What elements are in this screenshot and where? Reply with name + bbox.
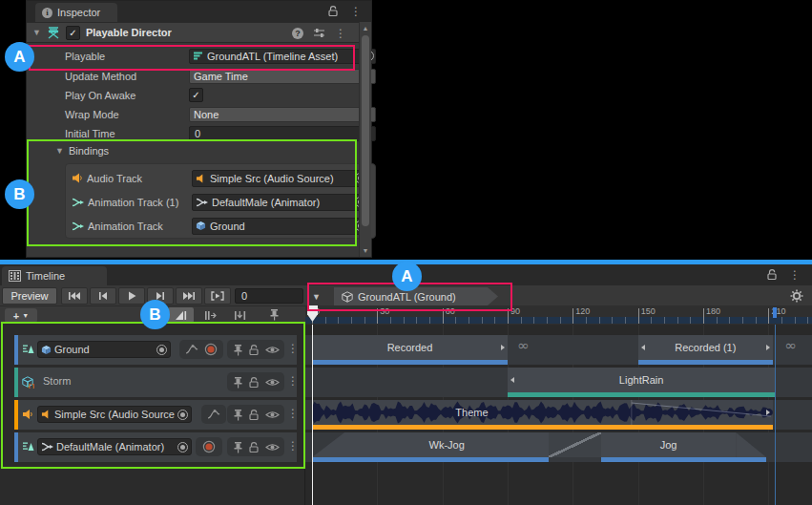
track-buttons-group [201, 405, 226, 424]
callout-badge-a: A [392, 262, 422, 291]
curves-icon[interactable] [207, 409, 220, 420]
track-menu-icon[interactable]: ⋮ [287, 375, 299, 387]
playhead-line[interactable] [312, 325, 313, 505]
replace-mode-button[interactable] [227, 307, 253, 323]
pin-icon[interactable] [233, 441, 243, 453]
eye-icon[interactable] [265, 345, 280, 355]
timeline-ruler[interactable]: 0306090120150180210 [305, 305, 812, 325]
clip-crossfade [549, 432, 601, 457]
ruler-tick-label: 60 [446, 306, 455, 316]
unlock-icon[interactable] [327, 5, 339, 17]
gear-icon[interactable] [790, 289, 803, 303]
eye-icon[interactable] [265, 442, 280, 452]
property-row-play-on-awake: Play On Awake ✓ [27, 86, 356, 104]
track-row-storm[interactable]: { }Storm⋮ [14, 368, 297, 397]
frame-field[interactable]: 0 [235, 288, 303, 304]
binding-object-field[interactable]: DefaultMale (Animator) [192, 194, 369, 211]
track-menu-icon[interactable]: ⋮ [287, 408, 299, 419]
track-color-bar [14, 335, 18, 365]
lock-icon[interactable] [248, 409, 260, 421]
marker-pin-icon[interactable] [269, 308, 280, 321]
binding-value: Simple Src (Audio Source) [210, 173, 334, 184]
track-binding-field[interactable]: Simple Src (Audio Source) [37, 406, 192, 423]
playable-object-field[interactable]: GroundATL (Timeline Asset) [189, 49, 362, 64]
ruler-tick-label: 180 [706, 306, 720, 316]
component-enabled-checkbox[interactable]: ✓ [66, 26, 80, 40]
mix-mode-button[interactable] [168, 307, 194, 323]
timeline-menu-icon[interactable]: ⋮ [789, 269, 801, 281]
unlock-icon[interactable] [766, 268, 778, 281]
inspector-menu-icon[interactable]: ⋮ [350, 6, 362, 17]
timeline-window: Timeline ⋮ Preview [0, 264, 812, 505]
previous-frame-button[interactable] [90, 287, 116, 305]
curves-icon[interactable] [185, 344, 198, 355]
pin-icon[interactable] [233, 344, 243, 356]
binding-object-field[interactable]: Ground [192, 218, 369, 235]
clips-area[interactable]: Recorded∞Recorded (1)∞LightRainThemeWk-J… [305, 325, 812, 505]
object-picker-icon[interactable] [177, 410, 188, 420]
record-button[interactable] [204, 343, 218, 356]
initial-time-input[interactable]: 0 [189, 126, 376, 141]
go-to-start-button[interactable] [61, 287, 88, 305]
add-track-button[interactable]: +▼ [5, 308, 37, 323]
binding-value: Ground [210, 221, 245, 232]
track-menu-icon[interactable]: ⋮ [287, 440, 299, 452]
object-picker-icon[interactable] [156, 345, 167, 355]
property-row-update-method: Update Method Game Time ▼ [27, 67, 356, 85]
breadcrumb-dropdown-icon[interactable]: ▼ [312, 292, 321, 302]
lock-icon[interactable] [248, 441, 260, 453]
preview-button[interactable]: Preview [2, 287, 57, 305]
play-on-awake-label: Play On Awake [65, 90, 135, 101]
pin-icon[interactable] [233, 409, 243, 421]
bindings-foldout[interactable]: ▼ Bindings [55, 145, 109, 157]
tab-timeline[interactable]: Timeline [2, 266, 107, 285]
scroll-down-icon[interactable]: ▼ [360, 247, 371, 254]
track-row-ground[interactable]: Ground⋮ [14, 335, 297, 365]
ruler-major-tick [638, 308, 639, 324]
track-menu-icon[interactable]: ⋮ [287, 343, 299, 354]
pin-icon[interactable] [233, 376, 243, 389]
foldout-icon[interactable]: ▼ [32, 28, 41, 37]
lock-icon[interactable] [248, 376, 260, 389]
ruler-tick-label: 30 [380, 306, 389, 316]
playable-label: Playable [65, 51, 105, 62]
callout-badge-b: B [140, 300, 170, 329]
track-color-bar [14, 368, 18, 397]
track-row-simple-src-audio-source-[interactable]: Simple Src (Audio Source)⋮ [14, 400, 297, 430]
tab-inspector[interactable]: i Inspector [35, 3, 117, 22]
go-to-end-button[interactable] [176, 287, 202, 305]
track-buttons-group [227, 372, 284, 391]
ruler-major-tick [768, 308, 769, 324]
eye-icon[interactable] [265, 377, 280, 388]
audio-source-icon [196, 174, 206, 183]
clip-label: Jog [601, 432, 736, 457]
play-on-awake-checkbox[interactable]: ✓ [189, 88, 203, 102]
playable-director-header[interactable]: ▼ ✓ Playable Director ? ⋮ [27, 22, 371, 43]
help-icon[interactable]: ? [292, 28, 303, 39]
ripple-mode-button[interactable] [198, 307, 223, 323]
inspector-scrollbar[interactable]: ▲ ▼ [359, 22, 371, 257]
track-row-defaultmale-animator-[interactable]: DefaultMale (Animator)⋮ [14, 432, 297, 462]
update-method-dropdown[interactable]: Game Time ▼ [189, 69, 376, 84]
breadcrumb[interactable]: GroundATL (Ground) [334, 287, 498, 305]
scrollbar-thumb[interactable] [362, 35, 369, 226]
component-menu-icon[interactable]: ⋮ [335, 28, 346, 39]
ruler-cache-band [305, 317, 812, 324]
object-picker-icon[interactable] [177, 442, 188, 452]
lock-icon[interactable] [248, 344, 260, 356]
scroll-up-icon[interactable]: ▲ [360, 25, 371, 32]
track-binding-field[interactable]: Ground [37, 341, 171, 358]
ruler-major-tick [573, 308, 573, 324]
track-binding-field[interactable]: DefaultMale (Animator) [37, 438, 192, 455]
binding-object-field[interactable]: Simple Src (Audio Source) [192, 170, 369, 187]
animation-track-icon [72, 221, 84, 231]
bindings-box: Audio Track Simple Src (Audio Source) An… [65, 163, 376, 239]
eye-icon[interactable] [265, 410, 280, 420]
timeline-end-marker[interactable] [773, 307, 777, 318]
record-button[interactable] [202, 440, 216, 453]
play-button[interactable] [118, 287, 145, 305]
callout-badge-a: A [5, 42, 34, 72]
wrap-mode-dropdown[interactable]: None ▼ [189, 107, 376, 122]
play-range-button[interactable] [204, 287, 231, 305]
presets-icon[interactable] [313, 28, 325, 39]
